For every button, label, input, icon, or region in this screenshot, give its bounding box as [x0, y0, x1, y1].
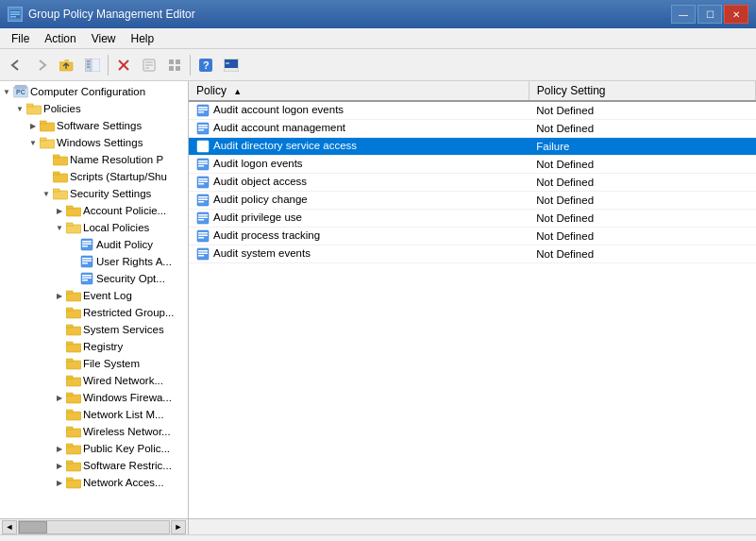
up-folder-button[interactable]	[55, 53, 79, 77]
menu-action[interactable]: Action	[37, 28, 83, 48]
policy-cell-setting-row6: Not Defined	[529, 192, 755, 210]
tree-item-computer-config[interactable]: ▼PCComputer Configuration	[0, 83, 188, 100]
svg-rect-36	[53, 174, 68, 182]
svg-rect-68	[66, 395, 81, 403]
policy-row-row7[interactable]: Audit privilege useNot Defined	[189, 210, 756, 228]
svg-rect-101	[198, 196, 208, 198]
svg-rect-115	[198, 255, 204, 257]
close-button[interactable]: ✕	[724, 5, 748, 24]
scroll-thumb[interactable]	[19, 521, 47, 533]
tree-item-windows-settings[interactable]: ▼Windows Settings	[0, 134, 188, 151]
tree-expand-public-key-policy[interactable]: ▶	[53, 445, 66, 453]
policy-row-row6[interactable]: Audit policy changeNot Defined	[189, 192, 756, 210]
tree-item-policies[interactable]: ▼Policies	[0, 100, 188, 117]
svg-rect-46	[82, 244, 92, 245]
policy-row-row3[interactable]: Audit directory service accessFailure	[189, 138, 756, 156]
right-panel[interactable]: Policy ▲ Policy Setting Audit account lo…	[189, 81, 756, 518]
tree-expand-software-restriction[interactable]: ▶	[53, 462, 66, 470]
back-button[interactable]	[4, 53, 28, 77]
tree-item-audit-policy[interactable]: Audit Policy	[0, 236, 188, 253]
tree-item-security-settings[interactable]: ▼Security Settings	[0, 185, 188, 202]
show-hide-tree-button[interactable]	[80, 53, 105, 77]
tree-item-network-access[interactable]: ▶Network Acces...	[0, 474, 188, 491]
svg-rect-72	[66, 429, 81, 437]
tree-label-registry: Registry	[83, 341, 123, 352]
policy-row-row1[interactable]: Audit account logon eventsNot Defined	[189, 101, 756, 120]
tree-icon-windows-firewall	[66, 391, 81, 404]
svg-rect-5	[85, 59, 91, 72]
tree-item-software-settings[interactable]: ▶Software Settings	[0, 117, 188, 134]
svg-rect-28	[26, 106, 42, 114]
tree-expand-computer-config[interactable]: ▼	[0, 88, 13, 96]
delete-button[interactable]	[111, 53, 136, 77]
svg-rect-32	[40, 140, 55, 148]
tree-item-windows-firewall[interactable]: ▶Windows Firewa...	[0, 389, 188, 406]
tree-item-public-key-policy[interactable]: ▶Public Key Polic...	[0, 440, 188, 457]
svg-rect-38	[53, 191, 68, 199]
tree-item-name-resolution[interactable]: Name Resolution P	[0, 151, 188, 168]
tree-item-wireless-network[interactable]: Wireless Networ...	[0, 423, 188, 440]
tree-item-network-list[interactable]: Network List M...	[0, 406, 188, 423]
row-icon-row6	[196, 194, 210, 207]
policy-row-row2[interactable]: Audit account managementNot Defined	[189, 120, 756, 138]
svg-rect-77	[66, 461, 73, 464]
tree-item-software-restriction[interactable]: ▶Software Restric...	[0, 457, 188, 474]
tree-expand-network-access[interactable]: ▶	[53, 479, 66, 487]
tree-expand-windows-firewall[interactable]: ▶	[53, 394, 66, 402]
tree-item-file-system[interactable]: File System	[0, 355, 188, 372]
scroll-right-button[interactable]: ►	[171, 520, 186, 534]
column-policy[interactable]: Policy ▲	[189, 81, 529, 101]
policy-row-row9[interactable]: Audit system eventsNot Defined	[189, 245, 756, 263]
menu-help[interactable]: Help	[124, 28, 162, 48]
row-icon-row4	[196, 158, 210, 171]
tree-icon-policies	[26, 102, 42, 115]
policy-row-row8[interactable]: Audit process trackingNot Defined	[189, 228, 756, 245]
tree-expand-software-settings[interactable]: ▶	[26, 122, 40, 130]
tree-item-local-policies[interactable]: ▼Local Policies	[0, 219, 188, 236]
tree-expand-security-settings[interactable]: ▼	[40, 190, 53, 198]
tree-expand-local-policies[interactable]: ▼	[53, 224, 66, 232]
tree-item-registry[interactable]: Registry	[0, 338, 188, 355]
menu-file[interactable]: File	[4, 28, 37, 48]
tree-item-user-rights[interactable]: User Rights A...	[0, 253, 188, 270]
minimize-button[interactable]: —	[671, 5, 696, 24]
menu-view[interactable]: View	[84, 28, 124, 48]
svg-text:PC: PC	[16, 89, 25, 95]
tree-item-wired-network[interactable]: Wired Network...	[0, 372, 188, 389]
column-setting[interactable]: Policy Setting	[529, 81, 755, 101]
tree-icon-wired-network	[66, 374, 81, 387]
svg-rect-55	[82, 279, 88, 281]
horizontal-scrollbar[interactable]: ◄ ►	[0, 519, 189, 534]
policy-cell-setting-row8: Not Defined	[529, 228, 755, 245]
maximize-button[interactable]: ☐	[697, 5, 722, 24]
scroll-track[interactable]	[18, 520, 170, 534]
tree-label-software-settings: Software Settings	[57, 120, 142, 131]
tree-expand-windows-settings[interactable]: ▼	[26, 139, 40, 147]
policy-row-row4[interactable]: Audit logon eventsNot Defined	[189, 156, 756, 174]
tree-item-restricted-groups[interactable]: Restricted Group...	[0, 304, 188, 321]
status-bar	[0, 534, 756, 541]
policy-cell-setting-row3: Failure	[529, 138, 755, 156]
console-button[interactable]	[219, 53, 244, 77]
tree-item-account-policies[interactable]: ▶Account Policie...	[0, 202, 188, 219]
tree-expand-account-policies[interactable]: ▶	[53, 207, 66, 215]
row-icon-row5	[196, 176, 210, 189]
tree-item-event-log[interactable]: ▶Event Log	[0, 287, 188, 304]
tree-icon-software-settings	[40, 119, 55, 132]
properties-button[interactable]	[137, 53, 161, 77]
tree-item-security-opt[interactable]: Security Opt...	[0, 270, 188, 287]
view-button[interactable]	[162, 53, 187, 77]
app-icon	[8, 7, 23, 22]
help-button[interactable]: ?	[193, 53, 218, 77]
scroll-left-button[interactable]: ◄	[2, 520, 17, 534]
policy-row-row5[interactable]: Audit object accessNot Defined	[189, 174, 756, 192]
forward-button[interactable]	[29, 53, 54, 77]
tree-label-public-key-policy: Public Key Polic...	[83, 443, 170, 454]
svg-rect-49	[82, 258, 92, 260]
tree-item-system-services[interactable]: System Services	[0, 321, 188, 338]
tree-expand-event-log[interactable]: ▶	[53, 292, 66, 300]
svg-rect-85	[198, 125, 208, 127]
tree-panel[interactable]: ▼PCComputer Configuration▼Policies▶Softw…	[0, 81, 189, 518]
tree-item-scripts[interactable]: Scripts (Startup/Shu	[0, 168, 188, 185]
tree-expand-policies[interactable]: ▼	[13, 105, 26, 113]
